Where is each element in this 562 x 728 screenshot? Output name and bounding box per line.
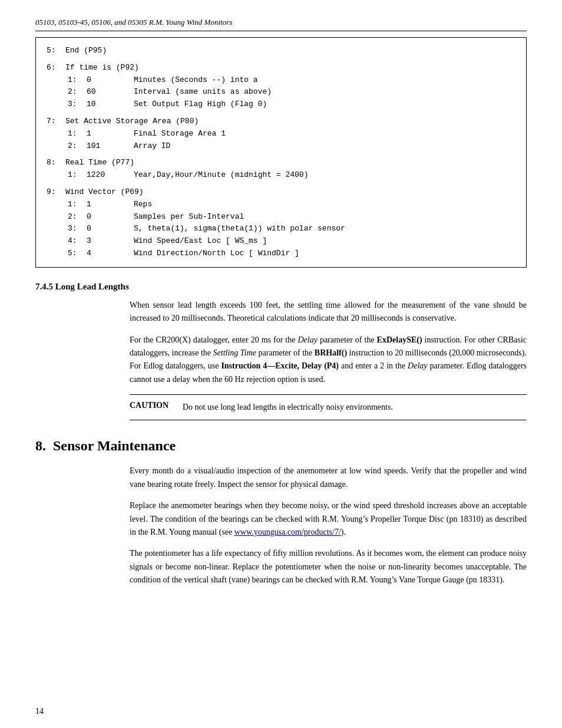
code-label-7: 7:: [47, 116, 65, 128]
code-desc-9-3: S, theta(1), sigma(theta(1)) with polar …: [134, 223, 515, 235]
code-box: 5: End (P95) 6: If time is (P92) 1: 0 Mi…: [35, 37, 527, 268]
code-desc-8: Real Time (P77): [65, 157, 515, 169]
code-val-9-1: 1: [87, 199, 134, 211]
subsection-745-heading: 7.4.5 Long Lead Lengths: [35, 282, 527, 292]
code-line-7: 7: Set Active Storage Area (P80): [47, 116, 515, 128]
code-num-6-2: 2:: [68, 86, 87, 98]
para-745-2-bold2: BRHalf(): [315, 348, 347, 357]
code-indent-6-1: [47, 74, 68, 87]
para-745-2-italic1: Delay: [297, 335, 317, 344]
para-745-1: When sensor lead length exceeds 100 feet…: [130, 299, 527, 325]
code-line-9: 9: Wind Vector (P69): [47, 186, 515, 199]
code-desc-7: Set Active Storage Area (P80): [65, 116, 515, 128]
code-val-9-2: 0: [87, 211, 134, 223]
section-8-heading: Sensor Maintenance: [53, 438, 176, 454]
code-line-9-5: 5: 4 Wind Direction/North Loc [ WindDir …: [47, 248, 515, 260]
para-745-2-mid1: parameter of the: [318, 335, 377, 344]
code-indent-7-1: [47, 128, 68, 140]
code-group-7: 7: Set Active Storage Area (P80) 1: 1 Fi…: [47, 116, 515, 152]
code-line-6-2: 2: 60 Interval (same units as above): [47, 86, 515, 98]
caution-block: CAUTION Do not use long lead lengths in …: [130, 394, 527, 420]
para-8-2-end: ).: [341, 528, 346, 536]
code-label-5: 5:: [47, 45, 65, 57]
caution-text: Do not use long lead lengths in electric…: [183, 401, 527, 414]
para-8-1: Every month do a visual/audio inspection…: [130, 465, 527, 491]
para-8-3: The potentiometer has a life expectancy …: [130, 547, 527, 587]
code-indent-9-5: [47, 248, 68, 260]
code-group-5: 5: End (P95): [47, 45, 515, 57]
code-val-9-5: 4: [87, 248, 134, 260]
caution-label: CAUTION: [130, 401, 183, 410]
code-indent-9-3: [47, 223, 68, 235]
code-desc-6-3: Set Output Flag High (Flag 0): [134, 98, 515, 111]
code-num-9-5: 5:: [68, 248, 87, 260]
code-num-6-1: 1:: [68, 74, 87, 87]
code-indent-7-2: [47, 140, 68, 153]
code-desc-9-4: Wind Speed/East Loc [ WS_ms ]: [134, 235, 515, 248]
code-desc-6: If time is (P92): [65, 62, 515, 74]
code-num-9-4: 4:: [68, 235, 87, 248]
code-indent-9-4: [47, 235, 68, 248]
para-745-2-italic2: Settling Time: [213, 348, 257, 357]
section-8-content: Every month do a visual/audio inspection…: [130, 465, 527, 587]
para-745-2-bold1: ExDelaySE(): [377, 335, 422, 344]
code-line-5: 5: End (P95): [47, 45, 515, 57]
code-desc-7-1: Final Storage Area 1: [134, 128, 515, 140]
code-label-9: 9:: [47, 186, 65, 199]
code-desc-9-5: Wind Direction/North Loc [ WindDir ]: [134, 248, 515, 260]
code-desc-7-2: Array ID: [134, 140, 515, 153]
page-header: 05103, 05103-45, 05106, and 05305 R.M. Y…: [35, 18, 527, 31]
code-indent-9-2: [47, 211, 68, 223]
code-indent-6-3: [47, 98, 68, 111]
code-label-6: 6:: [47, 62, 65, 74]
section-8-number: 8.: [35, 438, 46, 454]
code-desc-6-2: Interval (same units as above): [134, 86, 515, 98]
para-745-2-italic3: Delay: [408, 361, 427, 370]
code-val-9-3: 0: [87, 223, 134, 235]
code-group-6: 6: If time is (P92) 1: 0 Minutes (Second…: [47, 62, 515, 111]
code-num-9-1: 1:: [68, 199, 87, 211]
code-line-8-1: 1: 1220 Year,Day,Hour/Minute (midnight =…: [47, 169, 515, 182]
section-8: 8. Sensor Maintenance Every month do a v…: [35, 438, 527, 587]
code-val-7-1: 1: [87, 128, 134, 140]
code-desc-9-2: Samples per Sub-Interval: [134, 211, 515, 223]
code-num-6-3: 3:: [68, 98, 87, 111]
code-desc-6-1: Minutes (Seconds --) into a: [134, 74, 515, 87]
header-title: 05103, 05103-45, 05106, and 05305 R.M. Y…: [35, 18, 232, 27]
para-745-2-prefix: For the CR200(X) datalogger, enter 20 ms…: [130, 335, 297, 344]
code-val-6-3: 10: [87, 98, 134, 111]
code-line-7-2: 2: 101 Array ID: [47, 140, 515, 153]
para-8-2-link[interactable]: www.youngusa.com/products/7/: [234, 528, 341, 536]
para-745-2: For the CR200(X) datalogger, enter 20 ms…: [130, 334, 527, 387]
code-group-9: 9: Wind Vector (P69) 1: 1 Reps 2: 0 Samp…: [47, 186, 515, 260]
code-line-9-4: 4: 3 Wind Speed/East Loc [ WS_ms ]: [47, 235, 515, 248]
code-indent-8-1: [47, 169, 68, 182]
code-num-9-3: 3:: [68, 223, 87, 235]
code-label-8: 8:: [47, 157, 65, 169]
code-line-9-1: 1: 1 Reps: [47, 199, 515, 211]
code-val-9-4: 3: [87, 235, 134, 248]
code-desc-9: Wind Vector (P69): [65, 186, 515, 199]
code-group-8: 8: Real Time (P77) 1: 1220 Year,Day,Hour…: [47, 157, 515, 182]
code-line-7-1: 1: 1 Final Storage Area 1: [47, 128, 515, 140]
para-745-2-mid5: and enter a 2 in the: [339, 361, 408, 370]
section-745-content: When sensor lead length exceeds 100 feet…: [130, 299, 527, 421]
code-line-6-1: 1: 0 Minutes (Seconds --) into a: [47, 74, 515, 87]
para-8-2: Replace the anemometer bearings when the…: [130, 499, 527, 539]
page-number: 14: [35, 707, 44, 716]
code-indent-9-1: [47, 199, 68, 211]
code-num-7-2: 2:: [68, 140, 87, 153]
code-num-8-1: 1:: [68, 169, 87, 182]
code-indent-6-2: [47, 86, 68, 98]
section-745: 7.4.5 Long Lead Lengths When sensor lead…: [35, 282, 527, 421]
code-val-6-1: 0: [87, 74, 134, 87]
code-num-7-1: 1:: [68, 128, 87, 140]
para-745-2-bold3: Instruction 4—Excite, Delay (P4): [221, 361, 339, 370]
code-val-6-2: 60: [87, 86, 134, 98]
code-desc-9-1: Reps: [134, 199, 515, 211]
code-desc-8-1: Year,Day,Hour/Minute (midnight = 2400): [134, 169, 515, 182]
code-line-8: 8: Real Time (P77): [47, 157, 515, 169]
code-num-9-2: 2:: [68, 211, 87, 223]
code-val-8-1: 1220: [87, 169, 134, 182]
code-line-6: 6: If time is (P92): [47, 62, 515, 74]
